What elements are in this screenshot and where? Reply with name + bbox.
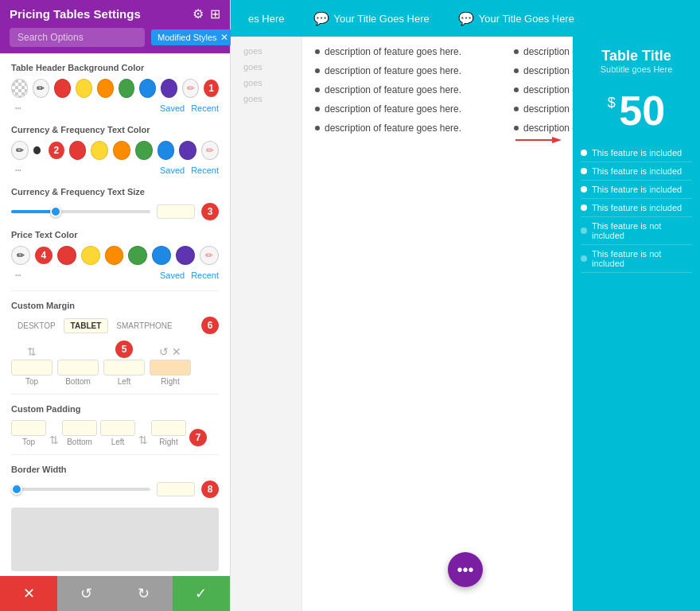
color-swatch-purple-1[interactable]: [161, 79, 177, 98]
eyedropper-btn-4[interactable]: ✏: [11, 246, 30, 265]
redo-button[interactable]: ↻: [115, 576, 173, 611]
border-thumb[interactable]: [11, 484, 22, 495]
saved-link-1[interactable]: Saved: [160, 103, 185, 113]
color-swatch-orange-4[interactable]: [105, 246, 124, 265]
feature-item: description of feature goes here.: [315, 84, 488, 95]
cancel-button[interactable]: ✕: [0, 576, 57, 611]
color-swatch-blue-4[interactable]: [152, 246, 171, 265]
pricing-feature-3: This feature is included: [581, 199, 692, 217]
color-swatch-blue-2[interactable]: [158, 141, 175, 160]
recent-link-4[interactable]: Recent: [191, 270, 219, 280]
border-slider-row: 0px 8: [11, 481, 219, 498]
margin-reset-btns: ↺ ✕: [159, 345, 181, 358]
border-value-input[interactable]: 0px: [157, 482, 195, 496]
pricing-card-title: Table Title: [582, 48, 690, 64]
color-swatch-blue-1[interactable]: [139, 79, 156, 98]
save-button[interactable]: ✓: [173, 576, 230, 611]
expand-icon[interactable]: ⊞: [210, 6, 220, 21]
color-edit-btn-2[interactable]: ✏: [201, 141, 219, 160]
settings-icon[interactable]: ⚙: [192, 6, 204, 21]
padding-link-icon-1: ⇅: [49, 434, 59, 446]
badge-6: 6: [201, 317, 219, 334]
feature-col-left: goes goes goes goes: [231, 37, 302, 611]
saved-link-2[interactable]: Saved: [160, 165, 185, 175]
color-swatch-purple-4[interactable]: [176, 246, 195, 265]
color-swatch-yellow-1[interactable]: [76, 79, 92, 98]
padding-right-input[interactable]: 0px: [151, 420, 186, 436]
padding-left-input[interactable]: 0px: [100, 420, 135, 436]
margin-undo-btn[interactable]: ↺: [159, 345, 169, 358]
color-swatch-yellow-4[interactable]: [81, 246, 100, 265]
color-swatch-orange-1[interactable]: [97, 79, 114, 98]
padding-inputs: 0px Top ⇅ 10px Bottom 0px Left ⇅ 0px Rig…: [11, 420, 219, 446]
arrow-indicator-2: [33, 146, 41, 154]
floating-action-button[interactable]: •••: [448, 552, 483, 587]
padding-bottom-field: 10px Bottom: [62, 420, 97, 446]
border-track[interactable]: [11, 488, 150, 491]
color-swatch-red-4[interactable]: [57, 246, 76, 265]
eyedropper-btn-2[interactable]: ✏: [11, 141, 29, 160]
currency-size-thumb[interactable]: [50, 206, 61, 217]
pricing-feature-text-1: This feature is included: [592, 166, 682, 176]
color-swatch-red-1[interactable]: [54, 79, 71, 98]
badge-1: 1: [204, 80, 219, 97]
bullet-icon: [514, 68, 519, 73]
padding-bottom-input[interactable]: 10px: [62, 420, 97, 436]
currency-size-fill: [11, 210, 53, 213]
color-edit-btn-1[interactable]: ✏: [182, 79, 199, 98]
margin-bottom-field: Bottom: [57, 360, 99, 386]
color-more-dots-1[interactable]: ···: [11, 101, 20, 115]
color-swatch-green-1[interactable]: [119, 79, 135, 98]
currency-size-input[interactable]: 30px: [157, 204, 195, 219]
preview-tabs-header: es Here 💬 Your Title Goes Here 💬 Your Ti…: [231, 0, 700, 37]
margin-top-input[interactable]: [11, 360, 52, 376]
color-swatch-orange-2[interactable]: [113, 141, 130, 160]
color-swatch-green-4[interactable]: [128, 246, 147, 265]
color-more-dots-4[interactable]: ···: [11, 268, 20, 282]
padding-top-input[interactable]: 0px: [11, 420, 46, 436]
padding-left-field: 0px Left: [100, 420, 135, 446]
bullet-icon: [315, 68, 320, 73]
currency-size-track[interactable]: [11, 210, 150, 213]
color-edit-btn-4[interactable]: ✏: [200, 246, 219, 265]
color-swatch-yellow-2[interactable]: [91, 141, 108, 160]
pricing-feature-text-5: This feature is not included: [592, 249, 692, 268]
feature-dot-1: [581, 168, 587, 174]
feature-text: description of feature goes here.: [325, 84, 461, 95]
color-more-dots-2[interactable]: ···: [11, 163, 20, 177]
color-swatch-green-2[interactable]: [135, 141, 153, 160]
eyedropper-btn-1[interactable]: ✏: [33, 79, 49, 98]
panel-footer: ✕ ↺ ↻ ✓: [0, 576, 230, 611]
placeholder-box: [11, 508, 219, 571]
color-swatch-red-2[interactable]: [69, 141, 87, 160]
recent-link-1[interactable]: Recent: [191, 103, 219, 113]
bullet-icon: [514, 49, 519, 54]
search-bar: Modified Styles ✕: [0, 28, 230, 53]
preview-tab-3[interactable]: 💬 Your Title Goes Here: [447, 6, 585, 31]
padding-link-icon-2: ⇅: [138, 434, 148, 446]
saved-link-4[interactable]: Saved: [160, 270, 185, 280]
preview-main: goes goes goes goes description of featu…: [231, 37, 700, 611]
pricing-card-price: $ 50: [573, 82, 700, 139]
tab-smartphone[interactable]: SMARTPHONE: [110, 319, 178, 333]
modified-styles-label: Modified Styles: [158, 33, 217, 42]
tab-desktop[interactable]: DESKTOP: [11, 319, 62, 333]
tab-tablet[interactable]: TABLET: [64, 318, 109, 333]
transparent-color-swatch[interactable]: [11, 79, 28, 98]
recent-link-2[interactable]: Recent: [191, 165, 219, 175]
pricing-feature-text-3: This feature is included: [592, 203, 682, 212]
margin-bottom-input[interactable]: [57, 360, 99, 376]
margin-right-input[interactable]: -100%: [150, 360, 191, 376]
preview-tab-2[interactable]: 💬 Your Title Goes Here: [302, 6, 441, 31]
tab-2-label: Your Title Goes Here: [334, 13, 430, 25]
search-input[interactable]: [10, 28, 145, 47]
preview-tab-1[interactable]: es Here: [237, 8, 296, 29]
bullet-icon: [315, 107, 320, 111]
undo-button[interactable]: ↺: [57, 576, 115, 611]
price-amount: 50: [619, 88, 665, 134]
margin-left-input[interactable]: [103, 360, 145, 376]
badge-close-icon[interactable]: ✕: [220, 32, 228, 43]
margin-clear-btn[interactable]: ✕: [172, 345, 181, 358]
color-swatch-purple-2[interactable]: [179, 141, 196, 160]
divider-2: [11, 394, 219, 395]
